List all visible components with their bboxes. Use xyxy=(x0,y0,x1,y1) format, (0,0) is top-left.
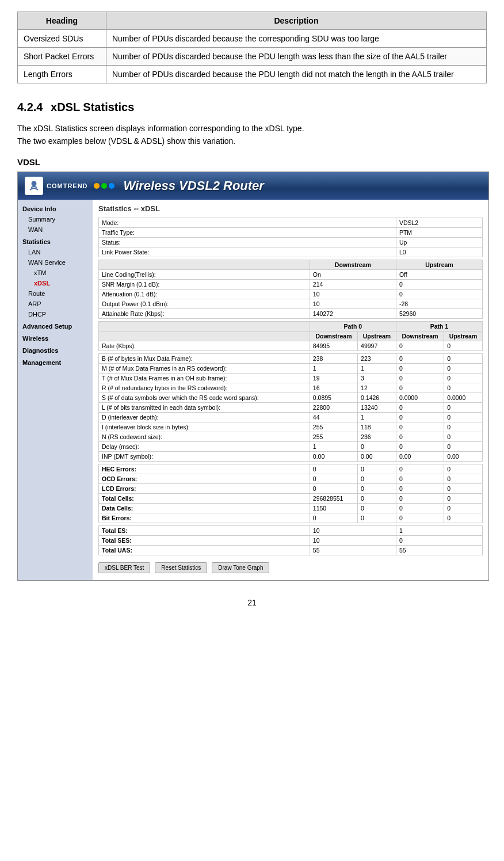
stats-row: Mode:VDSL2 xyxy=(99,218,483,227)
description-cell: Number of PDUs discarded because the PDU… xyxy=(106,66,486,83)
stats-row: Rate (Kbps):849954999700 xyxy=(99,341,483,351)
stats-row: Line Coding(Trellis):OnOff xyxy=(99,269,483,279)
vdsl-label: VDSL xyxy=(17,157,487,167)
router-brand: COMTREND xyxy=(47,182,88,189)
stats-row: M (# of Mux Data Frames in an RS codewor… xyxy=(99,363,483,373)
stats-row: Output Power (0.1 dBm):10-28 xyxy=(99,299,483,308)
router-screenshot: COMTREND Wireless VDSL2 Router Device In… xyxy=(17,172,489,581)
description-cell: Number of PDUs discarded because the PDU… xyxy=(106,48,486,66)
sidebar-item-management[interactable]: Management xyxy=(18,356,93,368)
btn-tone-graph[interactable]: Draw Tone Graph xyxy=(212,562,269,573)
section-title: xDSL Statistics xyxy=(51,101,134,113)
heading-cell: Short Packet Errors xyxy=(18,48,106,66)
stats-row: I (interleaver block size in bytes):2551… xyxy=(99,422,483,432)
stats-row: Total ES:101 xyxy=(99,525,483,535)
page-number: 21 xyxy=(17,598,487,607)
sidebar-item-wan-service[interactable]: WAN Service xyxy=(18,257,93,268)
circle-orange xyxy=(94,183,100,189)
heading-cell: Oversized SDUs xyxy=(18,30,106,48)
router-title: Wireless VDSL2 Router xyxy=(124,178,264,193)
stats-row: Traffic Type:PTM xyxy=(99,227,483,237)
router-page-title: Statistics -- xDSL xyxy=(98,204,483,213)
sidebar-item-statistics[interactable]: Statistics xyxy=(18,235,93,247)
sidebar-item-diagnostics[interactable]: Diagnostics xyxy=(18,344,93,356)
stats-row: Total Cells:296828551000 xyxy=(99,493,483,503)
sidebar-item-wan[interactable]: WAN xyxy=(18,224,93,235)
stats-row: B (# of bytes in Mux Data Frame):2382230… xyxy=(99,353,483,363)
router-buttons: xDSL BER TestReset StatisticsDraw Tone G… xyxy=(98,560,483,576)
section-desc: The xDSL Statistics screen displays info… xyxy=(17,122,487,148)
router-body: Device InfoSummaryWANStatisticsLANWAN Se… xyxy=(18,200,488,580)
stats-row: Link Power State:L0 xyxy=(99,247,483,257)
top-definitions-table: Heading Description Oversized SDUs Numbe… xyxy=(17,12,487,83)
stats-row: LCD Errors:0000 xyxy=(99,483,483,493)
stats-row: Delay (msec):1000 xyxy=(99,441,483,451)
router-logo-box: COMTREND xyxy=(25,177,114,195)
stats-row: Total UAS:5555 xyxy=(99,545,483,555)
col-description: Description xyxy=(106,12,486,30)
sidebar-item-xtm[interactable]: xTM xyxy=(18,268,93,278)
stats-row: R (# of redundancy bytes in the RS codew… xyxy=(99,383,483,393)
router-main: Statistics -- xDSL Mode:VDSL2Traffic Typ… xyxy=(93,200,488,580)
sidebar-item-wireless[interactable]: Wireless xyxy=(18,332,93,344)
sidebar-item-dhcp[interactable]: DHCP xyxy=(18,309,93,319)
section-heading: 4.2.4 xDSL Statistics xyxy=(17,101,487,114)
stats-row: Status:Up xyxy=(99,237,483,247)
btn-reset-stats[interactable]: Reset Statistics xyxy=(155,562,207,573)
col-heading: Heading xyxy=(18,12,106,30)
circle-green xyxy=(101,183,107,189)
sidebar-item-arp[interactable]: ARP xyxy=(18,299,93,309)
router-header: COMTREND Wireless VDSL2 Router xyxy=(18,172,488,200)
stats-row: Bit Errors:0000 xyxy=(99,513,483,523)
stats-row: HEC Errors:0000 xyxy=(99,464,483,474)
stats-row: Data Cells:1150000 xyxy=(99,503,483,513)
btn-ber-test[interactable]: xDSL BER Test xyxy=(98,562,150,573)
ds-us-header2: DownstreamUpstream xyxy=(99,260,483,269)
stats-row: T (# of Mux Data Frames in an OH sub-fra… xyxy=(99,373,483,383)
router-sidebar: Device InfoSummaryWANStatisticsLANWAN Se… xyxy=(18,200,93,580)
stats-row: L (# of bits transmitted in each data sy… xyxy=(99,402,483,412)
heading-cell: Length Errors xyxy=(18,66,106,83)
sidebar-item-advanced-setup[interactable]: Advanced Setup xyxy=(18,319,93,332)
stats-row: Total SES:100 xyxy=(99,535,483,545)
sidebar-item-route[interactable]: Route xyxy=(18,288,93,299)
stats-row: N (RS codeword size):25523600 xyxy=(99,432,483,441)
sidebar-item-device-info[interactable]: Device Info xyxy=(18,202,93,214)
stats-row: SNR Margin (0.1 dB):2140 xyxy=(99,279,483,289)
stats-row: D (interleaver depth):44100 xyxy=(99,412,483,422)
section-number: 4.2.4 xyxy=(17,101,43,113)
sidebar-item-summary[interactable]: Summary xyxy=(18,214,93,224)
path-header2: DownstreamUpstreamDownstreamUpstream xyxy=(99,331,483,341)
stats-row: OCD Errors:0000 xyxy=(99,474,483,483)
circle-blue xyxy=(109,183,114,189)
router-logo-icon xyxy=(25,177,43,195)
table-row: Length Errors Number of PDUs discarded b… xyxy=(18,66,487,83)
sidebar-item-lan[interactable]: LAN xyxy=(18,247,93,257)
stats-row: S (# of data symbols over which the RS c… xyxy=(99,393,483,402)
sidebar-item-xdsl[interactable]: xDSL xyxy=(18,278,93,288)
path-header1: Path 0Path 1 xyxy=(99,321,483,331)
table-row: Oversized SDUs Number of PDUs discarded … xyxy=(18,30,487,48)
svg-point-0 xyxy=(31,181,37,186)
stats-row: Attenuation (0.1 dB):100 xyxy=(99,289,483,299)
stats-table: Mode:VDSL2Traffic Type:PTMStatus:UpLink … xyxy=(98,218,483,555)
table-row: Short Packet Errors Number of PDUs disca… xyxy=(18,48,487,66)
router-circles xyxy=(94,183,114,189)
description-cell: Number of PDUs discarded because the cor… xyxy=(106,30,486,48)
stats-row: INP (DMT symbol):0.000.000.000.00 xyxy=(99,451,483,461)
stats-row: Attainable Rate (Kbps):14027252960 xyxy=(99,308,483,318)
